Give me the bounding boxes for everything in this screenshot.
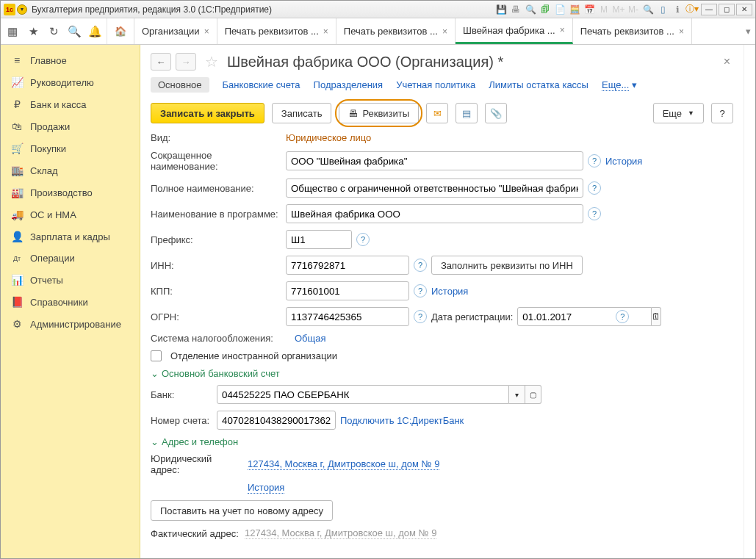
close-icon[interactable]: ×	[442, 26, 447, 37]
dropdown-button[interactable]: ▾	[509, 385, 525, 404]
register-new-addr-button[interactable]: Поставить на учет по новому адресу	[151, 500, 333, 521]
maximize-button[interactable]: ◻	[719, 4, 735, 15]
attach-button[interactable]: 📎	[485, 103, 507, 123]
sidebar-item-manager[interactable]: 📈Руководителю	[1, 71, 140, 93]
acct-input[interactable]	[217, 411, 336, 430]
calculator-icon[interactable]: 🧮	[568, 3, 581, 16]
tab-org-card[interactable]: Швейная фабрика ...×	[456, 18, 573, 44]
mail-button[interactable]: ✉	[426, 103, 448, 123]
sidebar-item-payroll[interactable]: 👤Зарплата и кадры	[1, 226, 140, 248]
tab-print-2[interactable]: Печать реквизитов ...×	[336, 18, 456, 44]
subtab-bank[interactable]: Банковские счета	[223, 79, 300, 90]
sidebar-item-main[interactable]: ≡Главное	[1, 49, 140, 71]
zoom-icon[interactable]: 🔍	[641, 3, 655, 16]
tax-link[interactable]: Общая	[295, 333, 326, 344]
nav-fwd-button[interactable]: →	[176, 53, 196, 71]
calendar-icon[interactable]: 📅	[583, 3, 596, 16]
inn-input[interactable]	[286, 256, 409, 275]
more-button[interactable]: Еще▼	[653, 103, 704, 123]
prefix-input[interactable]	[286, 230, 352, 249]
open-button[interactable]: ▢	[525, 385, 541, 404]
help-button[interactable]: ?	[711, 103, 733, 123]
bank-input[interactable]	[217, 385, 509, 404]
favorite-star-icon[interactable]: ☆	[205, 53, 218, 71]
section-address-header[interactable]: ⌄Адрес и телефон	[151, 436, 733, 447]
tabs-overflow-button[interactable]: ▾	[741, 18, 755, 44]
m-icon[interactable]: M	[597, 3, 611, 16]
star-icon[interactable]: ★	[26, 24, 40, 39]
history-link[interactable]: История	[605, 156, 642, 167]
sidebar-item-assets[interactable]: 🚚ОС и НМА	[1, 203, 140, 226]
search-icon[interactable]: 🔍	[67, 24, 82, 39]
help-icon[interactable]: ?	[356, 233, 370, 246]
close-icon[interactable]: ×	[323, 26, 328, 37]
foreign-branch-checkbox[interactable]	[151, 350, 162, 361]
sidebar-item-warehouse[interactable]: 🏬Склад	[1, 159, 140, 181]
apps-icon[interactable]: ▦	[5, 24, 20, 39]
list-button[interactable]: ▤	[456, 103, 478, 123]
addr-history-link[interactable]: История	[248, 482, 284, 494]
subtab-more[interactable]: Еще... ▾	[602, 79, 637, 90]
help-icon[interactable]: ?	[414, 259, 427, 272]
sidebar-item-sales[interactable]: 🛍Продажи	[1, 115, 140, 137]
legal-addr-link[interactable]: 127434, Москва г, Дмитровское ш, дом № 9	[248, 458, 439, 470]
preview-icon[interactable]: 🔍	[524, 3, 537, 16]
tab-print-3[interactable]: Печать реквизитов ...×	[573, 18, 692, 44]
kpp-history-link[interactable]: История	[431, 286, 468, 297]
close-icon[interactable]: ×	[679, 26, 684, 37]
help-icon[interactable]: ?	[414, 284, 427, 297]
sidebar-item-production[interactable]: 🏭Производство	[1, 181, 140, 203]
save-icon[interactable]: 💾	[494, 3, 508, 16]
fact-addr-value[interactable]: 127434, Москва г, Дмитровское ш, дом № 9	[245, 527, 436, 539]
bell-icon[interactable]: 🔔	[87, 24, 102, 39]
subtab-limits[interactable]: Лимиты остатка кассы	[489, 79, 588, 90]
tab-organizations[interactable]: Организации×	[134, 18, 217, 44]
section-bank-header[interactable]: ⌄Основной банковский счет	[151, 368, 733, 379]
tab-print-1[interactable]: Печать реквизитов ...×	[217, 18, 336, 44]
history-icon[interactable]: ↻	[46, 24, 61, 39]
calendar-button[interactable]: 🗓	[652, 307, 661, 326]
sidebar-item-catalogs[interactable]: 📕Справочники	[1, 291, 140, 313]
sidebar-item-admin[interactable]: ⚙Администрирование	[1, 313, 140, 335]
key-icon[interactable]: ℹ	[671, 3, 684, 16]
help-icon[interactable]: ?	[588, 207, 601, 220]
m-plus-icon[interactable]: M+	[612, 3, 625, 16]
app-menu-dropdown[interactable]: ▼	[17, 4, 27, 15]
directbank-link[interactable]: Подключить 1С:ДиректБанк	[340, 415, 464, 426]
sidebar-item-reports[interactable]: 📊Отчеты	[1, 269, 140, 291]
info-dropdown-icon[interactable]: ⓘ▾	[685, 3, 699, 16]
kpp-input[interactable]	[286, 281, 409, 300]
close-icon[interactable]: ×	[560, 25, 565, 35]
help-icon[interactable]: ?	[588, 181, 601, 195]
panel-icon[interactable]: ▯	[656, 3, 669, 16]
print-icon[interactable]: 🖶	[509, 3, 522, 16]
subtab-policy[interactable]: Учетная политика	[396, 79, 475, 90]
requisites-button[interactable]: 🖶 Реквизиты	[339, 103, 419, 123]
close-window-button[interactable]: ✕	[736, 4, 752, 15]
save-button[interactable]: Записать	[272, 103, 332, 123]
new-doc-icon[interactable]: 📄	[553, 3, 566, 16]
subtab-main[interactable]: Основное	[151, 77, 209, 93]
minimize-button[interactable]: —	[701, 4, 717, 15]
save-close-button[interactable]: Записать и закрыть	[151, 103, 264, 123]
subtab-dept[interactable]: Подразделения	[314, 79, 384, 90]
regdate-input[interactable]	[517, 307, 652, 326]
help-icon[interactable]: ?	[588, 154, 601, 167]
ogrn-input[interactable]	[286, 307, 409, 326]
prog-name-input[interactable]	[286, 204, 583, 223]
inn-label: ИНН:	[151, 260, 281, 271]
tab-home[interactable]: 🏠	[107, 18, 134, 44]
m-minus-icon[interactable]: M-	[627, 3, 640, 16]
scrollbar[interactable]	[744, 45, 755, 558]
close-page-button[interactable]: ×	[721, 52, 733, 71]
compare-icon[interactable]: 🗐	[539, 3, 552, 16]
short-name-input[interactable]	[286, 151, 583, 170]
sidebar-item-operations[interactable]: ДтОперации	[1, 248, 140, 269]
sidebar-item-bank[interactable]: ₽Банк и касса	[1, 93, 140, 115]
sidebar-item-purchases[interactable]: 🛒Покупки	[1, 137, 140, 159]
close-icon[interactable]: ×	[204, 26, 209, 37]
help-icon[interactable]: ?	[414, 310, 427, 323]
nav-back-button[interactable]: ←	[151, 53, 171, 71]
fill-by-inn-button[interactable]: Заполнить реквизиты по ИНН	[431, 256, 583, 275]
full-name-input[interactable]	[286, 178, 583, 198]
